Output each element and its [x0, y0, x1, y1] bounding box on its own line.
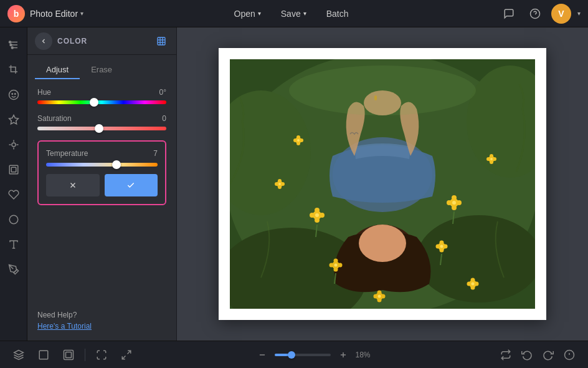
shape-icon[interactable]: [2, 208, 25, 231]
icon-rail: [0, 27, 27, 341]
svg-point-12: [12, 143, 16, 147]
temperature-slider[interactable]: [46, 163, 158, 167]
svg-point-7: [11, 47, 13, 49]
svg-point-77: [490, 158, 493, 160]
avatar-caret-icon[interactable]: ▾: [577, 10, 581, 17]
svg-point-68: [281, 182, 285, 186]
svg-point-57: [334, 259, 338, 263]
zoom-in-button[interactable]: [336, 347, 351, 362]
hue-thumb[interactable]: [90, 98, 98, 107]
zoom-thumb[interactable]: [288, 351, 295, 359]
svg-point-65: [440, 245, 443, 248]
svg-point-92: [475, 282, 479, 286]
temperature-cancel-button[interactable]: [46, 174, 100, 196]
svg-point-46: [315, 218, 320, 223]
redo-icon[interactable]: [539, 346, 557, 364]
app-logo[interactable]: b: [7, 5, 25, 22]
layers-bottom-icon[interactable]: [10, 346, 27, 364]
topbar-right-actions: V ▾: [499, 4, 581, 24]
svg-point-51: [452, 195, 457, 200]
svg-rect-102: [39, 351, 48, 359]
panel-layers-icon[interactable]: [154, 34, 169, 49]
svg-point-45: [315, 208, 320, 213]
svg-point-59: [334, 264, 338, 267]
svg-point-76: [490, 160, 493, 164]
svg-point-87: [296, 135, 300, 139]
svg-point-43: [310, 213, 315, 218]
svg-point-73: [486, 157, 490, 161]
open-button[interactable]: Open ▾: [225, 5, 270, 22]
text-icon[interactable]: [2, 233, 25, 256]
svg-marker-11: [9, 115, 18, 124]
svg-point-67: [275, 182, 278, 186]
svg-point-70: [278, 185, 282, 189]
fit-icon[interactable]: [93, 346, 110, 364]
saturation-slider[interactable]: [37, 127, 166, 130]
hue-label: Hue: [37, 88, 51, 97]
photo-image: [230, 59, 535, 309]
hue-slider-group: Hue 0°: [37, 88, 166, 104]
temperature-value: 7: [153, 149, 158, 158]
hue-value: 0°: [159, 88, 166, 97]
repeat-icon[interactable]: [497, 346, 514, 364]
zoom-controls: 18%: [255, 347, 378, 362]
tab-adjust[interactable]: Adjust: [35, 61, 80, 79]
help-link[interactable]: Here's a Tutorial: [37, 322, 166, 331]
svg-point-74: [493, 157, 496, 161]
crop-bottom-icon[interactable]: [35, 346, 52, 364]
batch-button[interactable]: Batch: [318, 5, 358, 22]
svg-point-5: [9, 41, 11, 43]
info-icon[interactable]: [561, 346, 578, 364]
panel-title: COLOR: [57, 37, 149, 46]
svg-point-86: [300, 138, 303, 142]
svg-point-62: [443, 245, 448, 249]
temperature-box: Temperature 7: [37, 140, 166, 205]
topbar-center-actions: Open ▾ Save ▾ Batch: [225, 5, 358, 22]
frame-icon[interactable]: [2, 158, 25, 181]
star-icon[interactable]: [2, 109, 25, 131]
svg-point-82: [377, 298, 382, 303]
draw-icon[interactable]: [2, 258, 25, 281]
crop-icon[interactable]: [2, 59, 25, 81]
help-section: Need Help? Here's a Tutorial: [27, 311, 176, 341]
avatar[interactable]: V: [551, 4, 571, 24]
svg-point-83: [378, 295, 381, 298]
svg-point-56: [338, 263, 343, 268]
svg-point-50: [457, 200, 462, 205]
temperature-confirm-button[interactable]: [105, 174, 158, 196]
svg-point-95: [472, 283, 475, 286]
help-icon-button[interactable]: [525, 4, 545, 24]
panel-tabs: Adjust Erase: [27, 55, 176, 79]
panel-back-button[interactable]: [35, 32, 52, 50]
saturation-label-row: Saturation 0: [37, 114, 166, 123]
svg-point-91: [467, 282, 472, 286]
topbar: b Photo Editor ▾ Open ▾ Save ▾ Batch: [0, 0, 588, 27]
temperature-thumb[interactable]: [112, 160, 121, 169]
svg-point-80: [381, 294, 386, 299]
canvas-area: [177, 27, 588, 341]
svg-point-100: [289, 65, 476, 115]
bottom-right-icons: [497, 346, 578, 364]
svg-point-94: [471, 286, 475, 290]
save-button[interactable]: Save ▾: [272, 5, 315, 22]
zoom-slider[interactable]: [275, 354, 331, 356]
undo-icon[interactable]: [518, 346, 536, 364]
face-icon[interactable]: [2, 84, 25, 106]
svg-marker-101: [14, 350, 24, 355]
expand-icon[interactable]: [118, 346, 135, 364]
divider-1: [85, 349, 85, 361]
chat-icon-button[interactable]: [499, 4, 519, 24]
panel: COLOR Adjust Erase Hue 0°: [27, 27, 177, 341]
svg-point-53: [452, 201, 456, 205]
tab-erase[interactable]: Erase: [80, 61, 123, 79]
heart-icon[interactable]: [2, 183, 25, 206]
fx-icon[interactable]: [2, 133, 25, 156]
frame-bottom-icon[interactable]: [60, 346, 77, 364]
app-title-button[interactable]: Photo Editor ▾: [30, 9, 83, 19]
adjustments-icon[interactable]: [2, 34, 25, 56]
bottom-bar: 18%: [0, 341, 588, 368]
zoom-out-button[interactable]: [255, 347, 270, 362]
svg-point-9: [12, 94, 13, 95]
hue-slider[interactable]: [37, 100, 166, 104]
saturation-thumb[interactable]: [95, 124, 103, 133]
